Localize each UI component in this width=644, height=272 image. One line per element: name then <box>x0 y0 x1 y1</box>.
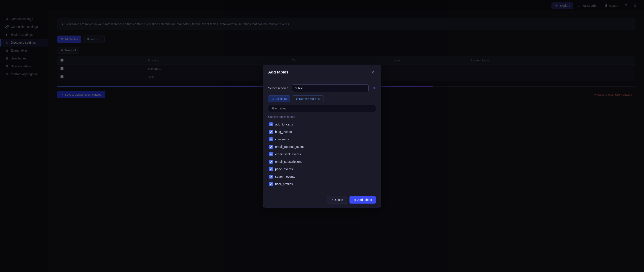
modal-overlay[interactable]: Add tables ✕ Select schema: ↻ ☑ Select a… <box>0 0 644 272</box>
schema-refresh-button[interactable]: ↻ <box>371 85 376 91</box>
checkbox-checked-icon <box>269 175 273 179</box>
table-list-item[interactable]: user_profiles <box>268 180 376 188</box>
add-tables-dialog: Add tables ✕ Select schema: ↻ ☑ Select a… <box>263 65 381 208</box>
table-list-item[interactable]: blog_events <box>268 128 376 136</box>
table-name: blog_events <box>275 130 292 134</box>
checkbox-checked-icon <box>269 145 273 149</box>
checkbox-icon: ☑ <box>272 97 274 101</box>
dialog-add-tables-label: Add tables <box>358 198 372 202</box>
tables-section-label: Choose tables to add <box>268 115 376 119</box>
table-name: search_events <box>275 175 295 178</box>
dialog-header: Add tables ✕ <box>263 65 381 80</box>
schema-label: Select schema: <box>268 86 289 90</box>
checkbox-checked-icon <box>269 167 273 171</box>
dialog-title: Add tables <box>268 70 288 75</box>
table-list-item[interactable]: checkouts <box>268 136 376 143</box>
dialog-select-all-label: Select all <box>276 97 287 101</box>
dialog-select-all-button[interactable]: ☑ Select all <box>268 95 290 102</box>
schema-input[interactable] <box>292 84 368 92</box>
table-name: user_profiles <box>275 182 293 186</box>
table-list-item[interactable]: email_subscriptions <box>268 158 376 165</box>
checkbox-checked-icon <box>269 122 273 126</box>
table-name: email_opened_events <box>275 145 305 148</box>
x-icon: ✕ <box>331 198 334 202</box>
checkbox-checked-icon <box>269 182 273 186</box>
dialog-footer: ✕ Close ⊞ Add tables <box>263 192 381 207</box>
dialog-close-button[interactable]: ✕ Close <box>327 196 347 204</box>
table-name: page_events <box>275 167 293 171</box>
checkbox-checked-icon <box>269 130 273 134</box>
filter-tables-input[interactable] <box>268 105 376 112</box>
table-list-item[interactable]: email_opened_events <box>268 143 376 150</box>
dialog-close-label: Close <box>335 198 343 202</box>
schema-row: Select schema: ↻ <box>268 84 376 92</box>
table-name: add_to_carts <box>275 123 293 126</box>
table-name: checkouts <box>275 137 289 141</box>
checkbox-checked-icon <box>269 152 273 156</box>
dialog-body: Select schema: ↻ ☑ Select all ↻ Refresh … <box>263 80 381 192</box>
dialog-add-tables-button[interactable]: ⊞ Add tables <box>350 196 376 204</box>
dialog-close-x-button[interactable]: ✕ <box>370 69 376 75</box>
tables-list: add_to_carts blog_events checkouts ema <box>268 121 376 188</box>
table-list-item[interactable]: page_events <box>268 165 376 173</box>
table-name: email_sent_events <box>275 152 301 156</box>
table-list-item[interactable]: search_events <box>268 173 376 180</box>
dialog-toolbar: ☑ Select all ↻ Refresh table list <box>268 95 376 102</box>
table-list-item[interactable]: email_sent_events <box>268 150 376 158</box>
refresh-icon: ↻ <box>296 97 298 101</box>
table-name: email_subscriptions <box>275 160 302 163</box>
checkbox-checked-icon <box>269 137 273 141</box>
dialog-refresh-button[interactable]: ↻ Refresh table list <box>292 95 324 102</box>
checkbox-checked-icon <box>269 160 273 164</box>
dialog-refresh-label: Refresh table list <box>299 97 320 101</box>
table-list-item[interactable]: add_to_carts <box>268 121 376 128</box>
table-add-icon: ⊞ <box>354 198 356 202</box>
